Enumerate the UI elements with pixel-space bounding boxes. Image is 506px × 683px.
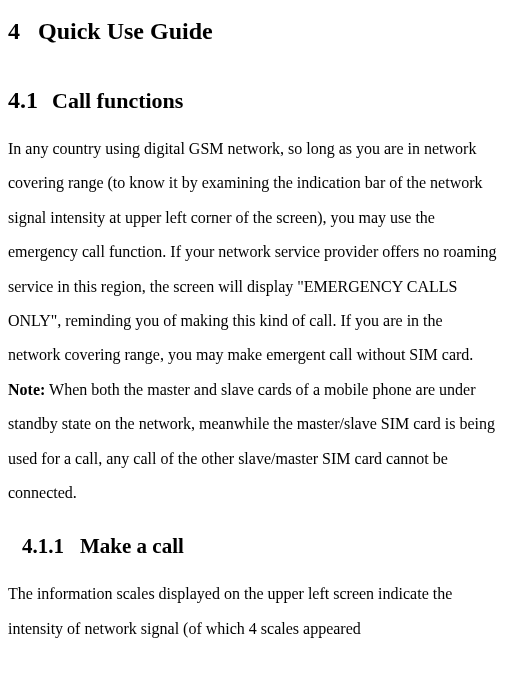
chapter-heading: 4Quick Use Guide	[8, 18, 498, 45]
section-number: 4.1	[8, 87, 38, 114]
note-label: Note:	[8, 381, 45, 398]
chapter-title: Quick Use Guide	[38, 18, 213, 44]
section-title: Call functions	[52, 88, 183, 113]
subsection-paragraph: The information scales displayed on the …	[8, 577, 498, 646]
subsection-number: 4.1.1	[22, 534, 64, 559]
subsection-heading: 4.1.1Make a call	[22, 534, 498, 559]
subsection-title: Make a call	[80, 534, 184, 558]
chapter-number: 4	[8, 18, 20, 45]
section-heading: 4.1Call functions	[8, 87, 498, 114]
note-text: When both the master and slave cards of …	[8, 381, 495, 501]
section-paragraph: In any country using digital GSM network…	[8, 132, 498, 373]
section-note: Note: When both the master and slave car…	[8, 373, 498, 511]
